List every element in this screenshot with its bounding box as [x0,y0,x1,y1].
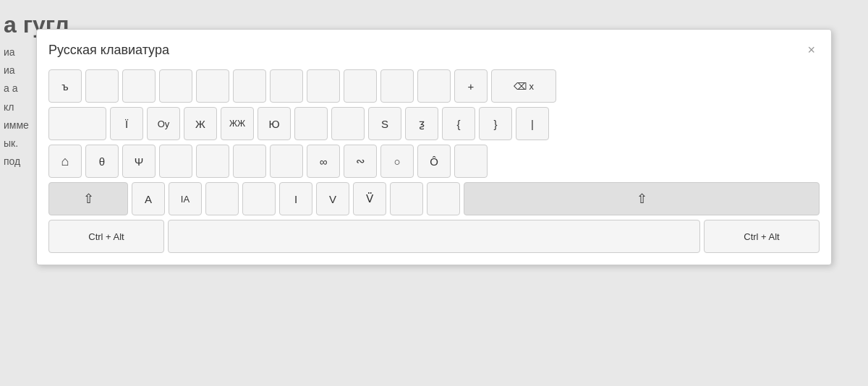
key-v[interactable]: V [316,182,349,215]
key-a[interactable]: A [132,182,165,215]
key-pipe[interactable]: | [516,107,549,140]
key-infinity[interactable]: ∞ [307,145,340,178]
key-yu[interactable]: Ю [258,107,291,140]
key-ia[interactable]: IA [169,182,202,215]
key-oy[interactable]: Oy [147,107,180,140]
key-r4-9[interactable] [390,182,423,215]
keyboard-rows: ъ + ⌫ x Ï Oy Ж ЖЖ Ю S ƺ { } [48,69,820,253]
key-shift-left[interactable]: ⇧ [48,182,128,215]
key-r4-4[interactable] [205,182,239,215]
key-theta[interactable]: θ [85,145,119,178]
keyboard-header: Русская клавиатура × [48,41,820,59]
key-r2-7[interactable] [294,107,328,140]
key-row-2: Ï Oy Ж ЖЖ Ю S ƺ { } | [48,107,820,140]
key-row-5: Ctrl + Alt Ctrl + Alt [48,220,820,253]
key-r3-6[interactable] [233,145,266,178]
key-space[interactable] [168,220,700,253]
key-i-diaeresis[interactable]: Ï [110,107,143,140]
key-plus[interactable]: + [454,69,488,103]
key-zh2[interactable]: ЖЖ [221,107,254,140]
key-hard-sign[interactable]: ъ [48,69,82,103]
key-circle[interactable]: ○ [380,145,414,178]
key-brace-open[interactable]: { [442,107,475,140]
key-v-diaeresis[interactable]: V̈ [353,182,386,215]
key-z-tail[interactable]: ƺ [405,107,438,140]
key-r1-5[interactable] [196,69,229,103]
key-ctrl-right[interactable]: Ctrl + Alt [704,220,820,253]
key-backspace[interactable]: ⌫ x [491,69,556,103]
key-r2-8[interactable] [331,107,365,140]
key-home[interactable]: ⌂ [48,145,82,178]
key-r1-7[interactable] [270,69,303,103]
key-row-1: ъ + ⌫ x [48,69,820,103]
key-infinity2[interactable]: ∾ [344,145,377,178]
key-r1-9[interactable] [344,69,377,103]
key-brace-close[interactable]: } [479,107,512,140]
key-i[interactable]: I [279,182,312,215]
key-ctrl-left[interactable]: Ctrl + Alt [48,220,164,253]
key-s[interactable]: S [368,107,401,140]
key-r4-10[interactable] [427,182,460,215]
keyboard-overlay: Русская клавиатура × ъ + ⌫ x Ï Oy Ж ЖЖ [36,29,832,265]
key-row-3: ⌂ θ Ψ ∞ ∾ ○ Ô [48,145,820,178]
key-row-4: ⇧ A IA I V V̈ ⇧ [48,182,820,215]
key-r1-10[interactable] [380,69,414,103]
key-r1-8[interactable] [307,69,340,103]
key-r4-5[interactable] [242,182,276,215]
key-r1-6[interactable] [233,69,266,103]
key-r1-2[interactable] [85,69,119,103]
key-zh[interactable]: Ж [184,107,217,140]
background-side-text: иаиаа аклиммеык.под [4,43,29,171]
key-r3-4[interactable] [159,145,192,178]
key-r3-12[interactable] [454,145,488,178]
key-r1-11[interactable] [417,69,451,103]
key-r1-3[interactable] [122,69,156,103]
key-psi[interactable]: Ψ [122,145,156,178]
key-r3-5[interactable] [196,145,229,178]
key-r3-7[interactable] [270,145,303,178]
key-o-hat[interactable]: Ô [417,145,451,178]
key-r1-4[interactable] [159,69,192,103]
close-button[interactable]: × [803,41,820,59]
keyboard-title: Русская клавиатура [48,43,169,58]
key-r2-empty [48,107,106,140]
key-shift-right[interactable]: ⇧ [464,182,820,215]
